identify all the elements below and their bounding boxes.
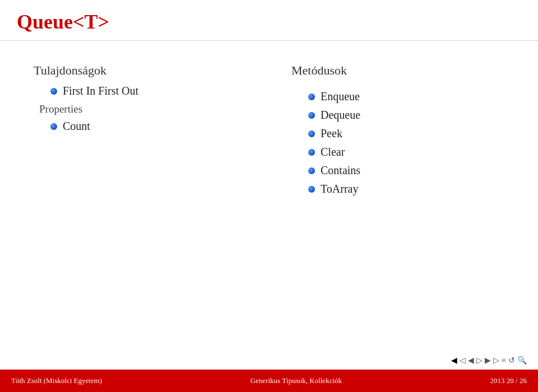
footer-title: Generikus Típusok, Kollekciók: [251, 376, 342, 385]
nav-group-icon[interactable]: ◀: [468, 356, 474, 365]
nav-prev2-icon[interactable]: ◁: [460, 356, 466, 365]
list-item: Count: [50, 120, 247, 133]
count-list: Count: [50, 120, 247, 133]
fifo-text: First In First Out: [63, 85, 138, 97]
contains-text: Contains: [321, 164, 360, 177]
nav-next-icon[interactable]: ▶: [485, 356, 491, 365]
slide-header: Queue<T>: [0, 0, 538, 41]
slide-title: Queue<T>: [17, 11, 109, 33]
dequeue-text: Dequeue: [321, 109, 360, 122]
bullet-icon: [308, 130, 315, 137]
list-item: First In First Out: [50, 85, 247, 97]
slide-content: Tulajdonságok First In First Out Propert…: [0, 41, 538, 370]
toarray-text: ToArray: [321, 183, 358, 195]
bullet-icon: [308, 167, 315, 174]
nav-menu-icon[interactable]: ≡: [502, 356, 506, 365]
nav-icons-bar: ◀ ◁ ◀ ▷ ▶ ▷ ≡ ↺ 🔍: [451, 356, 527, 365]
properties-group: Tulajdonságok First In First Out Propert…: [34, 63, 247, 138]
metodusok-label: Metódusok: [291, 63, 504, 78]
nav-next2-icon[interactable]: ▷: [493, 356, 499, 365]
enqueue-text: Enqueue: [321, 90, 360, 103]
list-item: Contains: [308, 164, 504, 177]
list-item: Peek: [308, 127, 504, 140]
properties-label: Properties: [39, 103, 247, 115]
footer-author: Tóth Zsolt (Miskolci Egyetem): [11, 376, 102, 385]
list-item: Enqueue: [308, 90, 504, 103]
peek-text: Peek: [321, 127, 342, 140]
bullet-icon: [308, 149, 315, 156]
nav-prev-icon[interactable]: ◀: [451, 356, 457, 365]
clear-text: Clear: [321, 146, 345, 158]
right-column: Metódusok Enqueue Dequeue Peek Clear: [291, 63, 504, 358]
slide-footer: Tóth Zsolt (Miskolci Egyetem) Generikus …: [0, 370, 538, 392]
nav-refresh-icon[interactable]: ↺: [508, 356, 515, 365]
nav-group2-icon[interactable]: ▷: [476, 356, 483, 365]
slide: Queue<T> Tulajdonságok First In First Ou…: [0, 0, 538, 392]
bullet-icon: [308, 186, 315, 193]
bullet-icon: [50, 88, 57, 95]
count-text: Count: [63, 120, 90, 133]
bullet-icon: [50, 123, 57, 130]
footer-page: 2013 20 / 26: [490, 376, 527, 385]
bullet-icon: [308, 112, 315, 119]
bullet-icon: [308, 94, 315, 100]
left-column: Tulajdonságok First In First Out Propert…: [34, 63, 247, 358]
nav-search-icon[interactable]: 🔍: [517, 356, 527, 365]
list-item: ToArray: [308, 183, 504, 195]
properties-sublist: First In First Out: [50, 85, 247, 97]
tulajdonsagok-label: Tulajdonságok: [34, 63, 247, 78]
methods-list: Enqueue Dequeue Peek Clear Contains: [308, 90, 504, 201]
list-item: Clear: [308, 146, 504, 158]
list-item: Dequeue: [308, 109, 504, 122]
